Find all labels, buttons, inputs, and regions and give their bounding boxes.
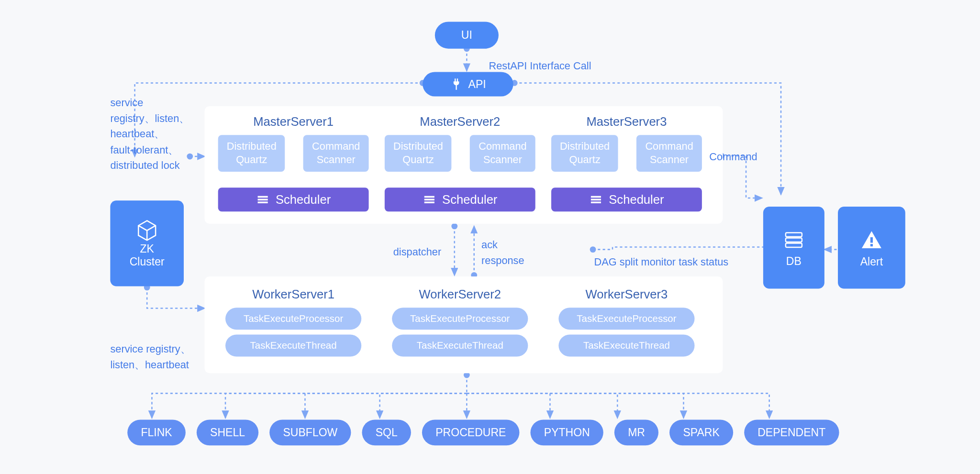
dag-label: DAG split monitor task status	[594, 254, 729, 270]
worker1-thread: TaskExecuteThread	[225, 334, 361, 356]
svg-rect-18	[424, 201, 434, 203]
task-mr: MR	[614, 419, 658, 445]
svg-rect-19	[591, 196, 601, 198]
scheduler-icon	[256, 193, 269, 206]
svg-rect-22	[786, 232, 802, 236]
db-node: DB	[763, 207, 824, 289]
alert-node: Alert	[838, 207, 905, 289]
master3-title: MasterServer3	[547, 115, 705, 129]
zk-bottom-label: service registry、 listen、heartbeat	[110, 341, 190, 372]
svg-rect-25	[870, 237, 873, 243]
plug-icon	[450, 77, 463, 90]
worker1-title: WorkerServer1	[214, 287, 372, 301]
ui-node: UI	[435, 22, 499, 48]
master1-command-scanner: CommandScanner	[303, 135, 368, 172]
master2-title: MasterServer2	[381, 115, 539, 129]
svg-rect-24	[786, 243, 802, 247]
cube-icon	[135, 218, 159, 243]
svg-rect-16	[424, 196, 434, 198]
task-flink: FLINK	[127, 419, 186, 445]
zk-cluster-node: ZKCluster	[110, 200, 184, 286]
db-icon	[782, 228, 806, 251]
task-subflow: SUBFLOW	[269, 419, 351, 445]
svg-rect-20	[591, 198, 601, 200]
worker3-title: WorkerServer3	[547, 287, 705, 301]
task-python: PYTHON	[531, 419, 603, 445]
command-label: Command	[709, 149, 757, 165]
worker3-thread: TaskExecuteThread	[558, 334, 694, 356]
dispatcher-label: dispatcher	[393, 244, 441, 260]
task-spark: SPARK	[669, 419, 733, 445]
worker3-processor: TaskExecuteProcessor	[558, 308, 694, 330]
worker2-processor: TaskExecuteProcessor	[392, 308, 528, 330]
svg-rect-23	[786, 237, 802, 242]
master2-distributed-quartz: DistributedQuartz	[385, 135, 452, 172]
scheduler-icon	[423, 193, 436, 206]
alert-icon	[859, 227, 884, 251]
master2-scheduler: Scheduler	[385, 187, 535, 211]
task-shell: SHELL	[197, 419, 258, 445]
svg-rect-13	[258, 196, 268, 198]
worker2-thread: TaskExecuteThread	[392, 334, 528, 356]
task-procedure: PROCEDURE	[422, 419, 520, 445]
master1-title: MasterServer1	[214, 115, 372, 129]
master3-command-scanner: CommandScanner	[636, 135, 702, 172]
svg-rect-26	[870, 243, 873, 246]
worker2-title: WorkerServer2	[381, 287, 539, 301]
svg-rect-14	[258, 198, 268, 200]
svg-rect-17	[424, 198, 434, 200]
task-sql: SQL	[362, 419, 411, 445]
worker1-processor: TaskExecuteProcessor	[225, 308, 361, 330]
restapi-label: RestAPI Interface Call	[489, 58, 591, 74]
master3-distributed-quartz: DistributedQuartz	[551, 135, 618, 172]
master1-distributed-quartz: DistributedQuartz	[218, 135, 285, 172]
ack-label: ack response	[481, 237, 524, 268]
scheduler-icon	[589, 193, 602, 206]
api-node: API	[423, 72, 513, 96]
task-row: FLINK SHELL SUBFLOW SQL PROCEDURE PYTHON…	[127, 419, 839, 445]
task-dependent: DEPENDENT	[744, 419, 839, 445]
svg-rect-15	[258, 201, 268, 203]
svg-rect-21	[591, 201, 601, 203]
master3-scheduler: Scheduler	[551, 187, 702, 211]
master2-command-scanner: CommandScanner	[470, 135, 535, 172]
master1-scheduler: Scheduler	[218, 187, 369, 211]
zk-top-label: service registry、listen、 heartbeat、 faul…	[110, 95, 189, 173]
